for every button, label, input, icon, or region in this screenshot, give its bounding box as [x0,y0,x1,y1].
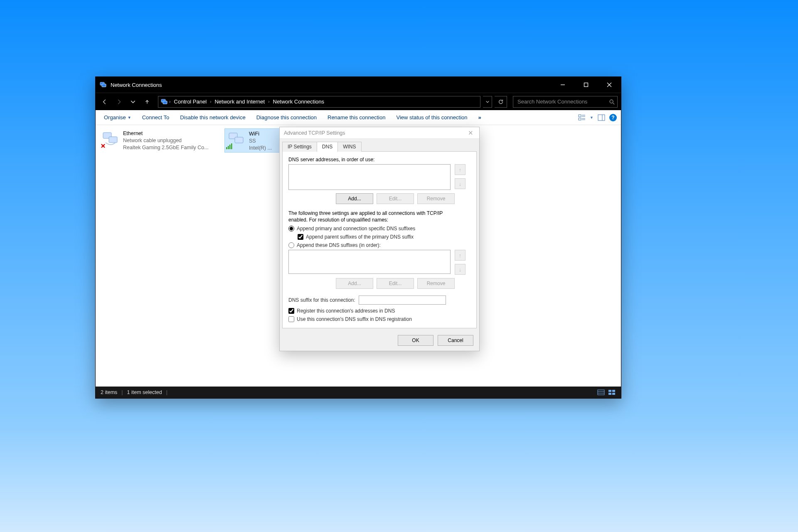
breadcrumb-item[interactable]: Control Panel [172,99,208,105]
svg-line-9 [613,103,615,104]
recent-locations-button[interactable] [127,96,139,108]
breadcrumb[interactable]: › Control Panel › Network and Internet ›… [158,96,480,108]
check-append-parent[interactable]: Append parent suffixes of the primary DN… [298,234,470,240]
adapter-ethernet[interactable]: Ethernet Network cable unplugged Realtek… [99,128,222,153]
tab-wins[interactable]: WINS [337,142,361,152]
up-button[interactable] [141,96,153,108]
check-append-parent-input[interactable] [298,234,303,240]
chevron-down-icon[interactable]: ▼ [590,116,594,120]
check-append-parent-label: Append parent suffixes of the primary DN… [306,234,414,240]
adapter-status: Network cable unplugged [123,137,209,144]
ok-button[interactable]: OK [398,335,433,346]
dialog-tabstrip: IP Settings DNS WINS [280,139,479,151]
svg-rect-26 [228,146,229,149]
rename-connection-button[interactable]: Rename this connection [323,113,389,122]
radio-append-these-label: Append these DNS suffixes (in order): [297,242,381,248]
wifi-adapter-icon [227,131,246,149]
change-view-button[interactable] [577,113,586,122]
suffix-edit-button[interactable]: Edit... [377,278,414,289]
refresh-button[interactable] [495,96,507,108]
error-badge-icon [100,143,106,149]
overflow-button[interactable]: » [474,113,485,122]
suffix-move-down-button[interactable]: ↓ [455,264,466,275]
check-use-suffix[interactable]: Use this connection's DNS suffix in DNS … [288,316,470,322]
diagnose-connection-button[interactable]: Diagnose this connection [252,113,321,122]
adapter-device: Realtek Gaming 2.5GbE Family Co... [123,144,209,151]
command-bar: Organise▼ Connect To Disable this networ… [96,110,621,125]
forward-button[interactable] [113,96,125,108]
minimize-button[interactable] [551,77,574,93]
check-use-suffix-input[interactable] [288,316,294,322]
cancel-button[interactable]: Cancel [438,335,473,346]
check-register-dns-input[interactable] [288,308,294,314]
dns-servers-listbox[interactable] [288,164,451,190]
advanced-tcpip-settings-dialog: Advanced TCP/IP Settings ✕ IP Settings D… [279,127,480,351]
dns-add-button[interactable]: Add... [336,193,373,204]
dns-suffix-input[interactable] [359,296,446,305]
preview-pane-button[interactable] [597,113,606,122]
breadcrumb-item[interactable]: Network Connections [271,99,326,105]
large-icons-view-button[interactable] [608,389,616,396]
tab-ip-settings[interactable]: IP Settings [282,142,317,152]
address-dropdown-button[interactable] [483,96,492,108]
organise-menu[interactable]: Organise▼ [100,113,135,122]
suffix-move-up-button[interactable]: ↑ [455,250,466,261]
status-selection: 1 item selected [127,389,162,395]
chevron-down-icon: ▼ [128,116,131,120]
svg-rect-24 [235,137,243,143]
suffix-remove-button[interactable]: Remove [417,278,455,289]
check-use-suffix-label: Use this connection's DNS suffix in DNS … [297,316,412,322]
network-connections-icon [161,99,167,105]
radio-append-these[interactable]: Append these DNS suffixes (in order): [288,242,470,248]
details-view-button[interactable] [597,389,605,396]
svg-rect-27 [229,145,231,149]
check-register-dns[interactable]: Register this connection's addresses in … [288,308,470,314]
connect-to-button[interactable]: Connect To [138,113,174,122]
svg-rect-29 [598,390,604,395]
svg-rect-1 [102,84,106,87]
searchbox[interactable] [513,96,618,108]
dns-suffix-label: DNS suffix for this connection: [288,297,355,303]
chevron-right-icon: › [169,99,170,104]
breadcrumb-item[interactable]: Network and Internet [213,99,266,105]
svg-rect-32 [608,390,611,392]
dns-remove-button[interactable]: Remove [417,193,455,204]
search-input[interactable] [517,99,609,105]
view-status-button[interactable]: View status of this connection [392,113,471,122]
move-down-button[interactable]: ↓ [455,178,466,189]
suffix-add-button[interactable]: Add... [336,278,373,289]
dialog-close-button[interactable]: ✕ [466,128,475,138]
titlebar: Network Connections [96,77,621,93]
addressbar: › Control Panel › Network and Internet ›… [96,93,621,110]
move-up-button[interactable]: ↑ [455,164,466,175]
radio-append-primary-label: Append primary and connection specific D… [297,226,415,232]
radio-append-these-input[interactable] [288,242,294,248]
close-button[interactable] [598,77,621,93]
signal-bars-icon [226,143,232,150]
arrow-up-icon: ↑ [459,252,462,259]
svg-rect-16 [598,115,605,121]
dns-servers-label: DNS server addresses, in order of use: [288,157,470,163]
maximize-button[interactable] [574,77,598,93]
svg-rect-33 [612,390,615,392]
radio-append-primary-input[interactable] [288,226,294,232]
svg-rect-35 [612,393,615,395]
help-button[interactable]: ? [609,114,617,121]
window-title: Network Connections [111,82,162,88]
dns-suffixes-listbox[interactable] [288,250,451,274]
chevron-right-icon: › [210,99,211,104]
svg-rect-13 [579,118,581,120]
check-register-dns-label: Register this connection's addresses in … [297,308,395,314]
radio-append-primary[interactable]: Append primary and connection specific D… [288,226,470,232]
status-separator: | [121,389,123,395]
svg-rect-19 [109,137,117,143]
back-button[interactable] [99,96,111,108]
dns-edit-button[interactable]: Edit... [377,193,414,204]
tab-dns[interactable]: DNS [317,142,338,152]
adapter-name: Ethernet [123,130,209,137]
adapter-device: Intel(R) ... [249,145,272,152]
disable-device-button[interactable]: Disable this network device [176,113,250,122]
chevron-right-icon: › [268,99,269,104]
svg-rect-10 [579,115,581,117]
svg-rect-25 [226,147,227,149]
